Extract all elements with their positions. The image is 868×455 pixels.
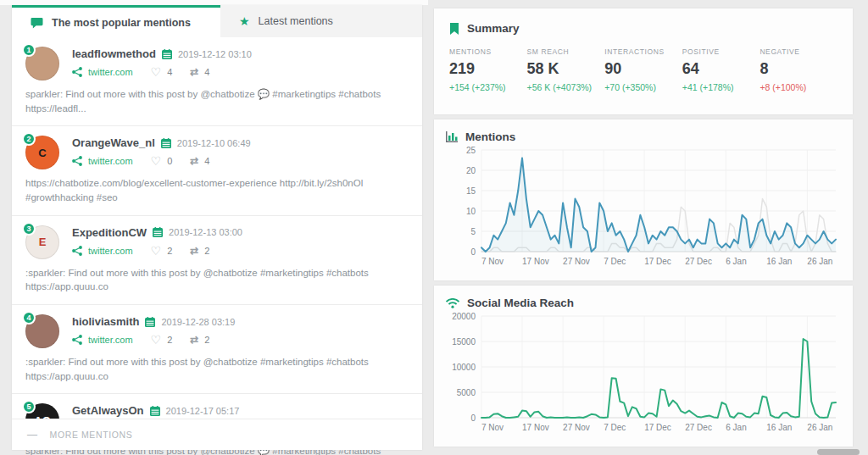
- svg-text:17 Dec: 17 Dec: [644, 423, 671, 432]
- calendar-icon: [153, 227, 163, 237]
- svg-text:5: 5: [470, 227, 476, 236]
- mention-item[interactable]: 1leadflowmethod2019-12-12 03:10twitter.c…: [12, 37, 422, 125]
- retweet-icon[interactable]: ⇄: [190, 246, 198, 256]
- mention-date: 2019-12-12 03:10: [178, 49, 252, 59]
- mention-date: 2019-12-10 06:49: [177, 138, 251, 148]
- svg-text:20: 20: [466, 166, 476, 175]
- mention-author[interactable]: ExpeditionCW: [72, 226, 147, 239]
- share-icon: [72, 246, 82, 256]
- mention-source-link[interactable]: twitter.com: [88, 67, 133, 77]
- bookmark-icon: [449, 23, 459, 35]
- svg-text:10000: 10000: [452, 363, 476, 372]
- heart-icon[interactable]: ♡: [151, 66, 162, 78]
- svg-text:16 Jan: 16 Jan: [766, 423, 792, 432]
- svg-text:27 Dec: 27 Dec: [685, 423, 712, 432]
- metric-value: 8: [760, 60, 837, 78]
- calendar-icon: [162, 49, 172, 59]
- summary-metric: SM REACH58 K+56 K (+4073%): [527, 47, 605, 92]
- horizontal-scrollbar-thumb[interactable]: [817, 449, 860, 455]
- svg-text:7 Nov: 7 Nov: [481, 257, 504, 266]
- svg-text:0: 0: [470, 247, 476, 257]
- mention-item[interactable]: 4hioliviasmith2019-12-28 03:19twitter.co…: [12, 304, 422, 393]
- mention-source-link[interactable]: twitter.com: [88, 335, 133, 345]
- avatar: E3: [25, 225, 59, 259]
- metric-value: 219: [449, 60, 527, 78]
- rank-badge: 3: [22, 222, 36, 236]
- metric-delta: +41 (+178%): [682, 82, 760, 92]
- svg-text:27 Nov: 27 Nov: [563, 257, 590, 266]
- svg-text:15000: 15000: [452, 337, 476, 347]
- reach-chart-card: Social Media Reach 050001000015000200007…: [434, 286, 853, 447]
- metric-label: NEGATIVE: [760, 47, 837, 56]
- mention-author[interactable]: hioliviasmith: [72, 315, 139, 328]
- tab-latest-mentions[interactable]: ★ Latest mentions: [220, 5, 422, 37]
- svg-text:7 Nov: 7 Nov: [481, 423, 504, 432]
- mention-text: sparkler: Find out more with this post b…: [25, 87, 409, 115]
- svg-text:17 Nov: 17 Nov: [522, 257, 549, 266]
- retweet-icon[interactable]: ⇄: [190, 67, 198, 77]
- avatar: 4: [25, 314, 59, 348]
- more-mentions-label: MORE MENTIONS: [50, 430, 133, 440]
- mention-item[interactable]: C2OrangeWave_nl2019-12-10 06:49twitter.c…: [12, 125, 422, 214]
- share-count: 4: [204, 67, 209, 77]
- retweet-icon[interactable]: ⇄: [190, 156, 198, 166]
- tab-most-popular-mentions[interactable]: The most popular mentions: [12, 5, 220, 37]
- summary-metric: MENTIONS219+154 (+237%): [449, 47, 527, 92]
- summary-metric: INTERACTIONS90+70 (+350%): [604, 47, 682, 92]
- more-mentions-button[interactable]: — MORE MENTIONS: [12, 419, 422, 450]
- reach-chart-title: Social Media Reach: [467, 297, 574, 309]
- svg-text:6 Jan: 6 Jan: [726, 423, 746, 432]
- svg-text:6 Jan: 6 Jan: [726, 257, 746, 266]
- chat-bubble-icon: [31, 17, 43, 29]
- heart-icon[interactable]: ♡: [151, 334, 162, 346]
- svg-text:17 Nov: 17 Nov: [522, 423, 549, 432]
- like-count: 2: [167, 335, 172, 345]
- metric-value: 64: [682, 60, 760, 78]
- tab-latest-label: Latest mentions: [259, 15, 333, 27]
- rank-badge: 1: [22, 43, 36, 57]
- mentions-line-chart[interactable]: 05101520257 Nov17 Nov27 Nov7 Dec17 Dec27…: [446, 145, 841, 270]
- mentions-chart-title: Mentions: [465, 130, 515, 143]
- share-icon: [72, 335, 82, 345]
- heart-icon[interactable]: ♡: [151, 245, 162, 257]
- summary-card: Summary MENTIONS219+154 (+237%)SM REACH5…: [434, 8, 853, 114]
- mention-author[interactable]: leadflowmethod: [72, 47, 156, 60]
- reach-line-chart[interactable]: 050001000015000200007 Nov17 Nov27 Nov7 D…: [446, 311, 841, 436]
- share-count: 2: [204, 335, 209, 345]
- svg-text:0: 0: [470, 413, 476, 423]
- retweet-icon[interactable]: ⇄: [190, 335, 198, 345]
- mention-author[interactable]: OrangeWave_nl: [72, 136, 155, 149]
- mention-text: :sparkler: Find out more with this post …: [25, 355, 409, 383]
- mentions-panel: The most popular mentions ★ Latest menti…: [12, 5, 422, 450]
- mentions-chart-card: Mentions 05101520257 Nov17 Nov27 Nov7 De…: [434, 119, 853, 280]
- metric-delta: +56 K (+4073%): [527, 82, 605, 92]
- rank-badge: 4: [22, 311, 36, 325]
- svg-text:17 Dec: 17 Dec: [644, 257, 671, 266]
- metric-label: POSITIVE: [682, 47, 760, 56]
- mention-item[interactable]: E3ExpeditionCW2019-12-13 03:00twitter.co…: [12, 215, 422, 304]
- svg-text:7 Dec: 7 Dec: [604, 423, 626, 432]
- summary-metric: NEGATIVE8+8 (+100%): [760, 47, 837, 92]
- tab-most-popular-label: The most popular mentions: [52, 17, 191, 29]
- svg-text:16 Jan: 16 Jan: [766, 257, 792, 266]
- mention-source-link[interactable]: twitter.com: [88, 156, 133, 166]
- mention-date: 2019-12-17 05:17: [166, 406, 240, 416]
- mention-author[interactable]: GetAlwaysOn: [72, 404, 144, 417]
- mention-date: 2019-12-28 03:19: [161, 317, 235, 327]
- avatar: 1: [25, 47, 59, 80]
- calendar-icon: [145, 317, 155, 327]
- summary-metrics: MENTIONS219+154 (+237%)SM REACH58 K+56 K…: [449, 47, 837, 92]
- calendar-icon: [150, 406, 160, 416]
- bar-chart-icon: [446, 131, 458, 142]
- svg-text:25: 25: [466, 146, 476, 155]
- heart-icon[interactable]: ♡: [151, 155, 162, 167]
- svg-text:5000: 5000: [457, 388, 476, 397]
- like-count: 0: [167, 156, 172, 166]
- svg-text:27 Nov: 27 Nov: [563, 423, 590, 432]
- mention-source-link[interactable]: twitter.com: [88, 246, 133, 256]
- metric-label: SM REACH: [527, 47, 605, 56]
- svg-text:27 Dec: 27 Dec: [685, 257, 712, 266]
- like-count: 2: [167, 246, 172, 256]
- share-count: 4: [204, 156, 209, 166]
- svg-text:7 Dec: 7 Dec: [604, 257, 626, 266]
